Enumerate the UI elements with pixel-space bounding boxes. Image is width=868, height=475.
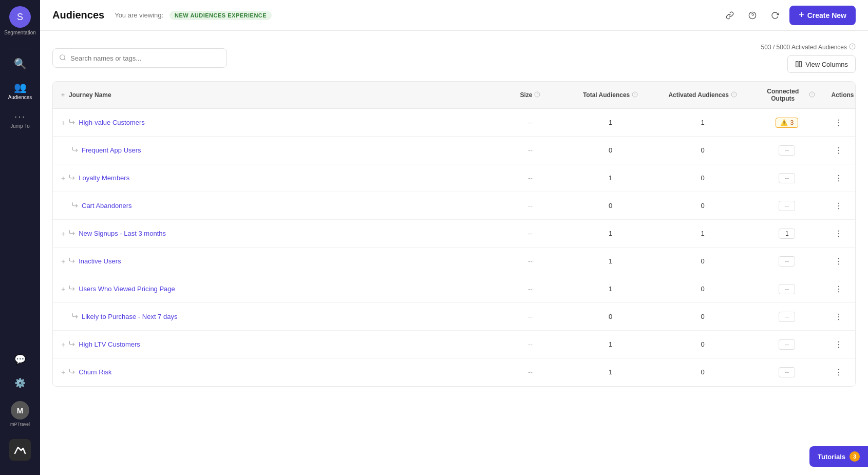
search-icon (59, 54, 66, 63)
activated-info-icon[interactable] (849, 43, 856, 51)
svg-point-33 (838, 230, 839, 231)
expand-icon[interactable]: + (61, 285, 65, 293)
sidebar-item-jump[interactable]: ··· Jump To (0, 105, 40, 134)
col-name-label: Journey Name (69, 91, 111, 99)
svg-point-21 (838, 119, 839, 120)
expand-icon[interactable]: + (61, 230, 65, 238)
table-header-row: + Journey Name Size (53, 82, 855, 109)
row-actions-menu[interactable] (832, 171, 846, 185)
audience-name[interactable]: Cart Abandoners (82, 202, 132, 210)
size-value: -- (528, 340, 533, 348)
total-audiences-value: 1 (609, 340, 612, 348)
row-actions-menu[interactable] (832, 310, 846, 324)
page-title: Audiences (52, 9, 104, 21)
row-actions-menu[interactable] (832, 199, 846, 213)
size-value: -- (528, 230, 533, 237)
audience-name[interactable]: High LTV Customers (79, 340, 140, 348)
col-header-total: Total Audiences (567, 82, 655, 109)
svg-point-22 (838, 122, 839, 123)
table-body: + High-value Customers --11 ⚠️ 3 (53, 109, 855, 386)
expand-icon[interactable]: + (61, 119, 65, 127)
search-input[interactable] (70, 54, 220, 62)
size-value: -- (528, 313, 533, 320)
svg-point-29 (838, 180, 839, 181)
create-new-button[interactable]: + Create New (789, 6, 856, 25)
total-audiences-value: 1 (609, 119, 612, 126)
refresh-button[interactable] (767, 7, 783, 24)
activated-audiences-value: 0 (701, 202, 705, 210)
tutorials-button[interactable]: Tutorials 3 (809, 446, 868, 467)
size-info-icon[interactable] (534, 91, 540, 99)
brand-logo (9, 439, 31, 461)
new-exp-badge[interactable]: NEW AUDIENCES EXPERIENCE (169, 11, 272, 20)
svg-point-24 (838, 147, 839, 148)
viewing-label: You are viewing: (115, 11, 163, 19)
audience-type-icon (68, 174, 76, 182)
svg-point-46 (838, 344, 839, 345)
audience-name[interactable]: New Signups - Last 3 months (79, 230, 166, 237)
col-total-label: Total Audiences (583, 91, 630, 99)
row-actions-menu[interactable] (832, 143, 846, 158)
svg-point-44 (838, 319, 839, 320)
expand-icon[interactable]: + (61, 340, 65, 349)
connected-badge: -- (779, 173, 795, 183)
audience-name[interactable]: Loyalty Members (79, 174, 129, 182)
sidebar-item-search[interactable]: 🔍 (0, 52, 40, 76)
svg-point-34 (838, 233, 839, 234)
svg-point-26 (838, 153, 839, 154)
view-columns-button[interactable]: View Columns (787, 55, 856, 73)
expand-icon[interactable]: + (61, 174, 65, 182)
audience-name[interactable]: Inactive Users (79, 257, 121, 265)
audience-name[interactable]: High-value Customers (79, 119, 145, 126)
audience-name[interactable]: Users Who Viewed Pricing Page (79, 285, 175, 293)
activated-info-icon-th[interactable] (731, 91, 737, 99)
size-value: -- (528, 202, 533, 210)
total-audiences-value: 1 (609, 174, 612, 182)
avatar[interactable]: S (9, 6, 31, 28)
tutorials-label: Tutorials (818, 453, 845, 461)
connected-info-icon[interactable] (809, 91, 815, 99)
search-container (52, 48, 227, 68)
expand-icon[interactable]: + (61, 368, 65, 376)
total-info-icon[interactable] (632, 91, 638, 99)
total-audiences-value: 0 (609, 313, 612, 320)
audience-type-icon (68, 229, 76, 238)
connected-value: 3 (790, 119, 794, 126)
row-actions-menu[interactable] (832, 116, 846, 130)
svg-point-47 (838, 347, 839, 348)
svg-point-43 (838, 316, 839, 317)
row-actions-menu[interactable] (832, 337, 846, 352)
search-icon: 🔍 (14, 58, 27, 70)
audience-name[interactable]: Frequent App Users (82, 146, 141, 154)
audience-name[interactable]: Churn Risk (79, 368, 111, 376)
activated-audiences-value: 0 (701, 146, 705, 154)
activated-audiences-value: 0 (701, 368, 705, 376)
user-label: mPTravel (10, 422, 30, 427)
row-actions-menu[interactable] (832, 226, 846, 241)
expand-icon[interactable]: + (61, 257, 65, 265)
add-journey-icon[interactable]: + (61, 91, 65, 99)
audience-name[interactable]: Likely to Purchase - Next 7 days (82, 313, 177, 320)
jump-icon: ··· (14, 110, 26, 122)
tutorials-count: 3 (850, 451, 860, 462)
total-audiences-value: 0 (609, 202, 612, 210)
svg-point-40 (838, 288, 839, 289)
sidebar-user[interactable]: M mPTravel (0, 397, 40, 431)
sidebar-item-audiences[interactable]: 👥 Audiences (0, 76, 40, 105)
col-connected-label: Connected Outputs (759, 88, 807, 102)
sidebar-help[interactable]: 💬 (0, 350, 40, 369)
svg-rect-7 (796, 62, 798, 67)
row-actions-menu[interactable] (832, 254, 846, 269)
sidebar-settings[interactable]: ⚙️ (0, 373, 40, 393)
audience-type-icon (68, 340, 76, 349)
link-button[interactable] (722, 7, 738, 24)
audience-type-icon (71, 201, 79, 210)
connected-badge-warning[interactable]: ⚠️ 3 (776, 118, 798, 128)
content-area: 503 / 5000 Activated Audiences View Colu… (40, 31, 868, 475)
row-actions-menu[interactable] (832, 282, 846, 296)
help-button[interactable] (744, 7, 761, 24)
table-row: + High LTV Customers --10-- (53, 331, 855, 358)
connected-badge: -- (779, 256, 795, 267)
plus-icon: + (799, 10, 804, 21)
row-actions-menu[interactable] (832, 365, 846, 379)
